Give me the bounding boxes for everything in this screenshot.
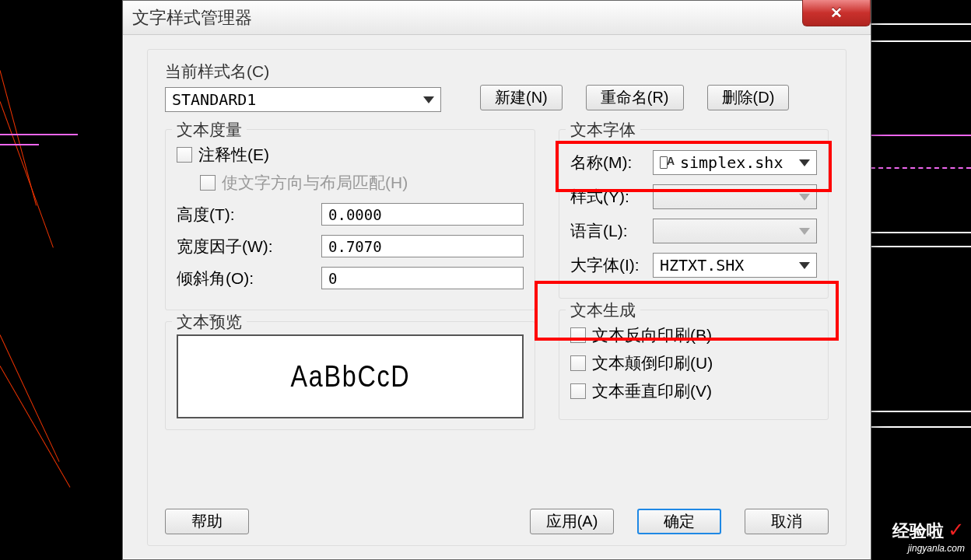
font-name-label: 名称(M): [570,152,653,173]
font-group: 文本字体 名称(M): simplex.shx [559,129,829,299]
bigfont-label: 大字体(I): [570,254,653,276]
measure-group: 文本度量 注释性(E) 使文字方向与布局匹配(H) 高度(T): [165,129,535,310]
annotative-checkbox[interactable] [177,147,192,163]
watermark-text: 经验啦 [892,521,944,541]
current-style-section: 当前样式名(C) STANDARD1 [165,61,441,112]
current-style-combo[interactable]: STANDARD1 [165,87,441,112]
measure-title: 文本度量 [172,119,247,141]
current-style-value: STANDARD1 [172,90,256,109]
bg-cad-line [0,101,54,247]
dialog-body: 当前样式名(C) STANDARD1 新建(N) 重命名(R) 删除(D) [123,35,871,559]
bg-cad-line [0,134,78,135]
font-style-row: 样式(Y): [570,184,817,209]
height-row: 高度(T): [177,203,524,226]
upside-checkbox[interactable] [570,355,586,371]
watermark: 经验啦 ✓ jingyanla.com [892,518,965,554]
preview-group: 文本预览 AaBbCcD [165,321,535,430]
current-style-label: 当前样式名(C) [165,61,441,82]
bigfont-combo[interactable]: HZTXT.SHX [653,253,817,278]
left-column: 文本度量 注释性(E) 使文字方向与布局匹配(H) 高度(T): [165,129,535,441]
right-column: 文本字体 名称(M): simplex.shx [559,129,829,441]
font-style-combo [653,184,817,209]
preview-box: AaBbCcD [177,334,524,418]
chevron-down-icon [799,194,810,201]
chevron-down-icon [423,96,434,103]
delete-button[interactable]: 删除(D) [707,85,790,110]
match-orient-row: 使文字方向与布局匹配(H) [200,172,524,194]
font-name-combo[interactable]: simplex.shx [653,150,817,175]
cancel-button[interactable]: 取消 [745,509,829,534]
preview-sample: AaBbCcD [290,360,410,394]
font-title: 文本字体 [566,119,640,141]
help-button[interactable]: 帮助 [165,509,249,534]
backward-label: 文本反向印刷(B) [592,324,712,346]
width-row: 宽度因子(W): [177,235,524,257]
bg-cad-line [0,144,39,145]
bottom-button-row: 帮助 应用(A) 确定 取消 [165,509,829,534]
ok-button[interactable]: 确定 [637,509,721,534]
oblique-row: 倾斜角(O): [177,267,524,289]
width-label: 宽度因子(W): [177,236,321,257]
generate-title: 文本生成 [566,299,640,321]
font-style-label: 样式(Y): [570,186,653,208]
vertical-label: 文本垂直印刷(V) [592,380,712,402]
backward-checkbox[interactable] [570,327,586,343]
chevron-down-icon [799,159,810,166]
close-button[interactable]: ✕ [802,0,871,26]
match-orient-label: 使文字方向与布局匹配(H) [222,172,408,194]
generate-group: 文本生成 文本反向印刷(B) 文本颠倒印刷(U) 文本垂直印刷(V) [559,310,829,420]
height-input[interactable] [321,203,524,226]
font-lang-row: 语言(L): [570,219,817,243]
font-name-row: 名称(M): simplex.shx [570,150,817,175]
bigfont-row: 大字体(I): HZTXT.SHX [570,253,817,278]
preview-title: 文本预览 [172,311,247,333]
font-lang-label: 语言(L): [570,220,653,242]
action-buttons: 新建(N) 重命名(R) 删除(D) [480,85,789,112]
annotative-label: 注释性(E) [198,144,269,166]
bottom-right-buttons: 应用(A) 确定 取消 [530,509,829,534]
columns: 文本度量 注释性(E) 使文字方向与布局匹配(H) 高度(T): [165,129,829,441]
font-lang-combo [653,219,817,243]
vertical-checkbox[interactable] [570,383,586,399]
apply-button[interactable]: 应用(A) [530,509,614,534]
titlebar[interactable]: 文字样式管理器 ✕ [123,1,871,35]
text-style-dialog: 文字样式管理器 ✕ 当前样式名(C) STANDARD1 新建(N) 重命名(R… [122,0,871,560]
upside-row: 文本颠倒印刷(U) [570,352,817,374]
top-row: 当前样式名(C) STANDARD1 新建(N) 重命名(R) 删除(D) [165,61,829,112]
upside-label: 文本颠倒印刷(U) [592,352,713,374]
watermark-url: jingyanla.com [892,543,965,554]
close-icon: ✕ [830,4,843,22]
bg-cad-line [0,334,60,462]
bg-cad-line [0,366,70,487]
chevron-down-icon [799,262,810,269]
font-file-icon [660,156,674,169]
oblique-label: 倾斜角(O): [177,268,321,289]
backward-row: 文本反向印刷(B) [570,324,817,346]
height-label: 高度(T): [177,204,321,226]
font-name-value: simplex.shx [680,153,783,172]
rename-button[interactable]: 重命名(R) [586,85,684,110]
check-icon: ✓ [948,518,965,541]
chevron-down-icon [799,228,810,235]
annotative-row: 注释性(E) [177,144,524,166]
vertical-row: 文本垂直印刷(V) [570,380,817,402]
inner-panel: 当前样式名(C) STANDARD1 新建(N) 重命名(R) 删除(D) [147,49,847,546]
new-button[interactable]: 新建(N) [480,85,563,110]
oblique-input[interactable] [321,267,524,289]
dialog-title: 文字样式管理器 [132,6,252,30]
bigfont-value: HZTXT.SHX [660,256,744,275]
width-input[interactable] [321,235,524,257]
match-orient-checkbox [200,175,216,191]
